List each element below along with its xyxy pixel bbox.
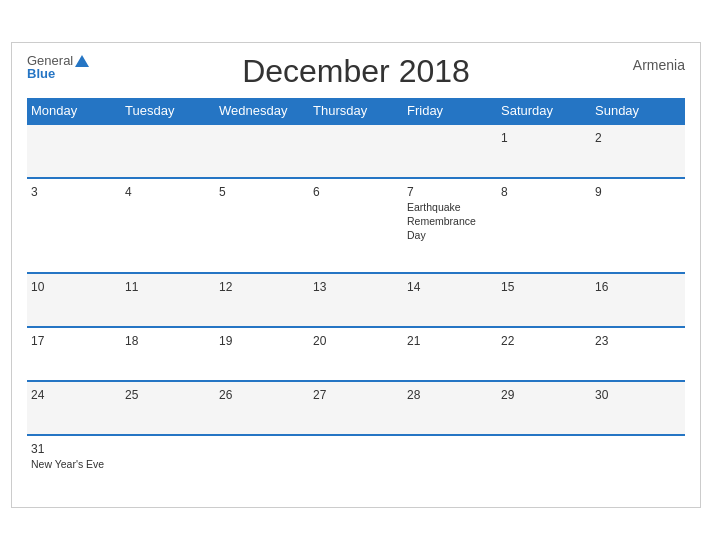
day-cell: 1 (497, 124, 591, 178)
day-cell: 28 (403, 381, 497, 435)
month-title: December 2018 (242, 53, 470, 90)
day-cell: 2 (591, 124, 685, 178)
week-row-6: 31New Year's Eve (27, 435, 685, 492)
day-number: 10 (31, 280, 117, 294)
week-row-2: 34567Earthquake Remembrance Day89 (27, 178, 685, 273)
weekday-header-wednesday: Wednesday (215, 98, 309, 124)
logo-triangle-icon (75, 55, 89, 67)
day-cell: 26 (215, 381, 309, 435)
day-number: 20 (313, 334, 399, 348)
day-cell: 20 (309, 327, 403, 381)
day-number: 18 (125, 334, 211, 348)
day-number: 12 (219, 280, 305, 294)
weekday-header-tuesday: Tuesday (121, 98, 215, 124)
day-number: 8 (501, 185, 587, 199)
weekday-header-sunday: Sunday (591, 98, 685, 124)
day-number: 25 (125, 388, 211, 402)
day-cell: 8 (497, 178, 591, 273)
weekday-header-saturday: Saturday (497, 98, 591, 124)
day-cell: 10 (27, 273, 121, 327)
day-cell: 17 (27, 327, 121, 381)
day-number: 23 (595, 334, 681, 348)
logo-general-text: General (27, 54, 73, 67)
day-cell (403, 435, 497, 492)
day-cell (309, 124, 403, 178)
week-row-1: 12 (27, 124, 685, 178)
day-cell (215, 124, 309, 178)
day-cell (121, 124, 215, 178)
day-cell: 24 (27, 381, 121, 435)
day-cell: 14 (403, 273, 497, 327)
day-cell: 13 (309, 273, 403, 327)
weekday-header-friday: Friday (403, 98, 497, 124)
day-number: 24 (31, 388, 117, 402)
day-cell: 30 (591, 381, 685, 435)
day-number: 17 (31, 334, 117, 348)
day-event: Earthquake Remembrance Day (407, 201, 493, 242)
day-number: 3 (31, 185, 117, 199)
day-event: New Year's Eve (31, 458, 117, 472)
day-number: 28 (407, 388, 493, 402)
day-cell: 27 (309, 381, 403, 435)
day-number: 9 (595, 185, 681, 199)
calendar-container: General Blue December 2018 Armenia Monda… (11, 42, 701, 508)
day-number: 16 (595, 280, 681, 294)
day-number: 1 (501, 131, 587, 145)
day-cell (591, 435, 685, 492)
day-number: 13 (313, 280, 399, 294)
day-cell: 7Earthquake Remembrance Day (403, 178, 497, 273)
day-number: 7 (407, 185, 493, 199)
day-cell: 9 (591, 178, 685, 273)
day-cell: 15 (497, 273, 591, 327)
day-number: 11 (125, 280, 211, 294)
day-number: 26 (219, 388, 305, 402)
week-row-4: 17181920212223 (27, 327, 685, 381)
day-cell: 3 (27, 178, 121, 273)
day-cell: 29 (497, 381, 591, 435)
day-cell: 19 (215, 327, 309, 381)
day-cell: 11 (121, 273, 215, 327)
day-number: 27 (313, 388, 399, 402)
day-cell (215, 435, 309, 492)
day-number: 6 (313, 185, 399, 199)
weekday-header-thursday: Thursday (309, 98, 403, 124)
day-cell (497, 435, 591, 492)
day-number: 21 (407, 334, 493, 348)
day-number: 14 (407, 280, 493, 294)
day-number: 30 (595, 388, 681, 402)
day-cell: 16 (591, 273, 685, 327)
day-cell: 23 (591, 327, 685, 381)
day-cell (403, 124, 497, 178)
day-cell: 18 (121, 327, 215, 381)
day-cell: 31New Year's Eve (27, 435, 121, 492)
day-cell: 21 (403, 327, 497, 381)
country-label: Armenia (633, 57, 685, 73)
day-number: 19 (219, 334, 305, 348)
day-cell: 25 (121, 381, 215, 435)
day-cell: 22 (497, 327, 591, 381)
day-number: 22 (501, 334, 587, 348)
day-cell (121, 435, 215, 492)
calendar-table: MondayTuesdayWednesdayThursdayFridaySatu… (27, 98, 685, 492)
day-number: 29 (501, 388, 587, 402)
weekday-header-row: MondayTuesdayWednesdayThursdayFridaySatu… (27, 98, 685, 124)
day-number: 5 (219, 185, 305, 199)
day-number: 4 (125, 185, 211, 199)
day-cell (27, 124, 121, 178)
day-cell (309, 435, 403, 492)
day-number: 31 (31, 442, 117, 456)
day-cell: 4 (121, 178, 215, 273)
week-row-3: 10111213141516 (27, 273, 685, 327)
day-cell: 5 (215, 178, 309, 273)
logo: General Blue (27, 53, 89, 80)
weekday-header-monday: Monday (27, 98, 121, 124)
logo-blue-text: Blue (27, 67, 55, 80)
calendar-header: General Blue December 2018 Armenia (27, 53, 685, 90)
day-cell: 6 (309, 178, 403, 273)
day-number: 2 (595, 131, 681, 145)
day-cell: 12 (215, 273, 309, 327)
week-row-5: 24252627282930 (27, 381, 685, 435)
day-number: 15 (501, 280, 587, 294)
